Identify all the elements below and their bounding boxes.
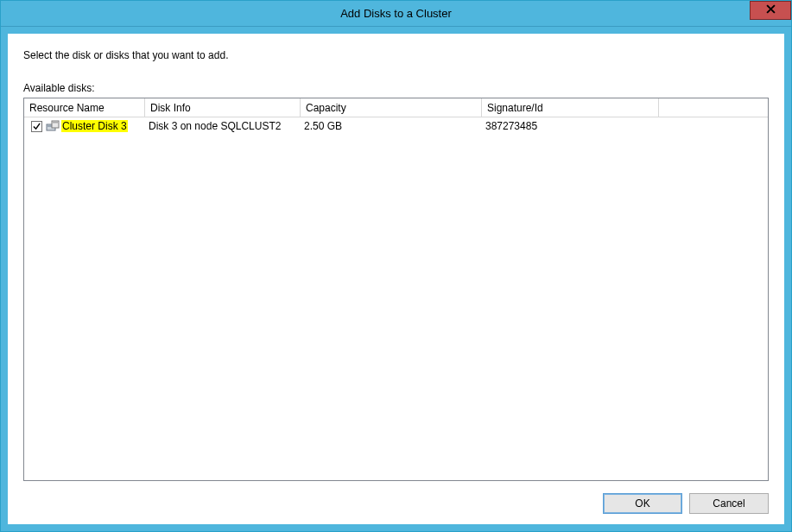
column-header-resource[interactable]: Resource Name [24,98,145,117]
disk-icon [46,120,60,132]
cancel-button[interactable]: Cancel [689,493,769,514]
disk-list: Resource Name Disk Info Capacity Signatu… [23,98,769,481]
available-disks-label: Available disks: [23,82,769,94]
list-body[interactable]: Cluster Disk 3 Disk 3 on node SQLCLUST2 … [24,117,768,480]
instruction-text: Select the disk or disks that you want t… [23,49,769,61]
titlebar[interactable]: Add Disks to a Cluster [1,1,791,27]
close-button[interactable] [750,1,791,20]
content-area: Select the disk or disks that you want t… [8,34,784,524]
window-title: Add Disks to a Cluster [1,7,791,20]
ok-button[interactable]: OK [603,493,682,514]
column-header-spacer [659,98,768,117]
resource-name: Cluster Disk 3 [61,120,128,132]
cell-diskinfo: Disk 3 on node SQLCLUST2 [145,120,301,132]
list-header: Resource Name Disk Info Capacity Signatu… [24,98,768,117]
dialog-window: Add Disks to a Cluster Select the disk o… [0,0,792,532]
close-icon [766,4,776,16]
svg-rect-3 [53,122,58,124]
button-row: OK Cancel [23,481,769,514]
cell-signature: 387273485 [482,120,659,132]
column-header-diskinfo[interactable]: Disk Info [145,98,301,117]
table-row[interactable]: Cluster Disk 3 Disk 3 on node SQLCLUST2 … [24,117,768,135]
column-header-capacity[interactable]: Capacity [301,98,482,117]
window-frame: Select the disk or disks that you want t… [1,27,791,531]
cell-resource: Cluster Disk 3 [28,120,145,132]
row-checkbox[interactable] [31,121,42,132]
column-header-signature[interactable]: Signature/Id [482,98,659,117]
cell-capacity: 2.50 GB [301,120,482,132]
